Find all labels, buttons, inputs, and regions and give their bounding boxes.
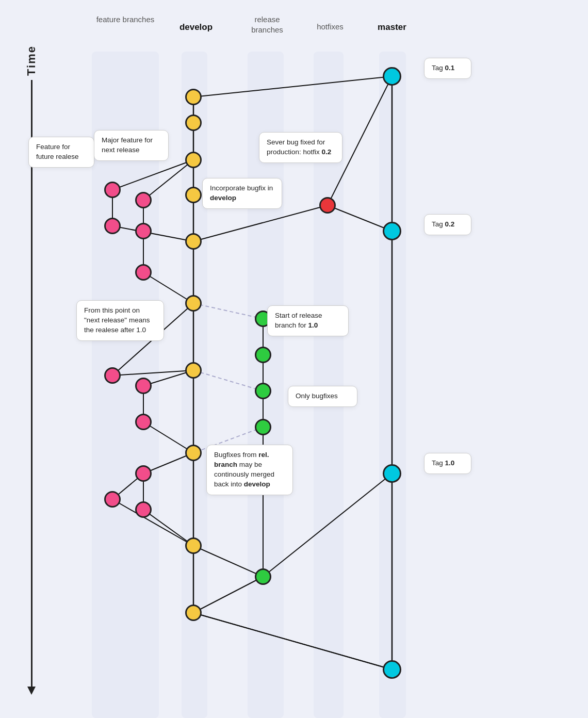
callout-bugfixes-from-text: Bugfixes from rel. branch may be contino… bbox=[214, 451, 274, 488]
callout-only-bugfixes-text: Only bugfixes bbox=[296, 392, 338, 400]
callout-feature-future: Feature for future realese bbox=[28, 137, 94, 168]
callout-tag02-text: Tag 0.2 bbox=[432, 220, 454, 228]
develop-node-3 bbox=[185, 152, 202, 168]
feature1-node-3 bbox=[104, 367, 121, 384]
develop-node-9 bbox=[185, 537, 202, 554]
feature2-node-1 bbox=[135, 192, 152, 208]
callout-incorporate: Incorporate bugfix in develop bbox=[202, 178, 282, 209]
callout-tag02: Tag 0.2 bbox=[424, 214, 471, 235]
feature1-node-4 bbox=[104, 491, 121, 508]
hotfixes-header: hotfixes bbox=[309, 22, 351, 32]
callout-start-release-text: Start of release branch for 1.0 bbox=[275, 312, 322, 329]
callout-sever-bug-text: Sever bug fixed for production: hotfix 0… bbox=[267, 138, 331, 156]
develop-node-1 bbox=[185, 89, 202, 105]
develop-node-4 bbox=[185, 187, 202, 203]
time-line bbox=[31, 80, 32, 689]
feature2-node-7 bbox=[135, 501, 152, 518]
callout-incorporate-text: Incorporate bugfix in develop bbox=[210, 184, 273, 202]
master-header: master bbox=[371, 22, 413, 33]
develop-node-5 bbox=[185, 233, 202, 250]
feature1-node-2 bbox=[104, 218, 121, 234]
feature1-node-1 bbox=[104, 182, 121, 198]
time-label: Time bbox=[25, 45, 38, 76]
develop-node-10 bbox=[185, 605, 202, 621]
release-node-4 bbox=[255, 419, 271, 435]
callout-from-this-point-text: From this point on "next release" means … bbox=[84, 306, 150, 334]
develop-node-7 bbox=[185, 362, 202, 379]
feature2-node-3 bbox=[135, 264, 152, 281]
release-header: releasebranches bbox=[241, 14, 293, 35]
develop-node-8 bbox=[185, 445, 202, 461]
feature2-node-5 bbox=[135, 414, 152, 430]
callout-start-release: Start of release branch for 1.0 bbox=[267, 305, 349, 336]
feature2-node-4 bbox=[135, 378, 152, 394]
release-node-2 bbox=[255, 347, 271, 363]
callout-tag10: Tag 1.0 bbox=[424, 453, 471, 474]
release-node-5 bbox=[255, 568, 271, 585]
callout-major-feature: Major feature for next release bbox=[94, 130, 169, 161]
callout-major-feature-text: Major feature for next release bbox=[102, 136, 153, 154]
callout-bugfixes-from: Bugfixes from rel. branch may be contino… bbox=[206, 445, 293, 495]
callout-only-bugfixes: Only bugfixes bbox=[288, 386, 357, 407]
feature-header: feature branches bbox=[92, 14, 159, 25]
feature2-node-2 bbox=[135, 223, 152, 239]
diagram-container: feature branches develop releasebranches… bbox=[0, 0, 588, 718]
master-stripe bbox=[379, 52, 406, 718]
callout-feature-future-text: Feature for future realese bbox=[36, 143, 79, 160]
develop-node-6 bbox=[185, 295, 202, 312]
master-node-4 bbox=[383, 660, 401, 679]
lines-svg bbox=[0, 0, 588, 718]
develop-header: develop bbox=[175, 22, 217, 33]
svg-line-42 bbox=[193, 613, 392, 670]
master-node-2 bbox=[383, 222, 401, 240]
master-node-1 bbox=[383, 67, 401, 86]
callout-from-this-point: From this point on "next release" means … bbox=[76, 300, 164, 341]
svg-line-44 bbox=[193, 613, 392, 670]
release-node-3 bbox=[255, 383, 271, 399]
master-node-3 bbox=[383, 464, 401, 483]
feature2-node-6 bbox=[135, 465, 152, 482]
callout-tag01-text: Tag 0.1 bbox=[432, 64, 454, 72]
hotfix-node-1 bbox=[319, 197, 336, 214]
callout-sever-bug: Sever bug fixed for production: hotfix 0… bbox=[259, 132, 342, 163]
svg-line-2 bbox=[193, 76, 392, 97]
develop-node-2 bbox=[185, 115, 202, 131]
callout-tag01: Tag 0.1 bbox=[424, 58, 471, 79]
callout-tag10-text: Tag 1.0 bbox=[432, 459, 454, 467]
